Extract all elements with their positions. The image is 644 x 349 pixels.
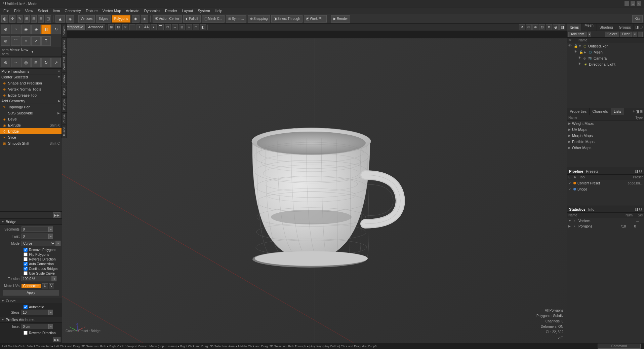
duplicate-tab[interactable]: Duplicate bbox=[62, 38, 67, 55]
curve-tab[interactable]: Curve bbox=[62, 112, 67, 125]
vp-sq3-btn[interactable]: ◧ bbox=[200, 24, 206, 30]
pipeline-collapse[interactable]: ⊟ bbox=[639, 169, 642, 173]
transform-6[interactable]: ↗ bbox=[51, 58, 61, 67]
toolbar-vol2[interactable]: ◈ bbox=[141, 15, 148, 23]
toolbar-select-through[interactable]: ◨ Select Through bbox=[271, 15, 303, 23]
collapse-icon[interactable]: ⊟ bbox=[640, 25, 643, 29]
toolbar-symm[interactable]: ⊞ Symm... bbox=[226, 15, 246, 23]
transform-2[interactable]: ↔ bbox=[11, 58, 21, 67]
add-geometry-header[interactable]: Add Geometry ▶ bbox=[0, 98, 62, 104]
mode-select[interactable]: Curve bbox=[22, 241, 56, 246]
snaps-precision[interactable]: ⊕ Snaps and Precision bbox=[0, 80, 62, 86]
tension-input[interactable] bbox=[22, 276, 52, 281]
viewport[interactable]: Perspective Advanced ⊞ ⊟ ✕ − + AA • ▔ □ … bbox=[62, 24, 567, 343]
transform-4[interactable]: ⊞ bbox=[31, 58, 41, 67]
bridge-tool[interactable]: ◊ Bridge bbox=[0, 128, 62, 134]
vp-grid2-btn[interactable]: ⊟ bbox=[115, 24, 121, 30]
tool-arc[interactable]: ⌒ bbox=[11, 36, 21, 46]
use-guide-curve-check[interactable] bbox=[24, 271, 28, 275]
bridge-section-header[interactable]: ▼ Bridge bbox=[0, 219, 62, 225]
slice-tool[interactable]: ✂ Slice bbox=[0, 134, 62, 140]
menu-item[interactable]: Item bbox=[51, 8, 62, 13]
menu-animate[interactable]: Animate bbox=[124, 8, 141, 13]
tension-slider[interactable]: ◂ bbox=[52, 276, 56, 281]
add-item-arrow[interactable]: ▼ bbox=[588, 32, 591, 37]
transform-3[interactable]: ◎ bbox=[21, 58, 31, 67]
tool-rotate[interactable]: ↻ bbox=[51, 25, 61, 34]
transform-5[interactable]: ↻ bbox=[41, 58, 51, 67]
vp-nav-3[interactable]: ⊕ bbox=[532, 24, 538, 30]
toolbar-icons2[interactable]: ◫ bbox=[45, 15, 51, 23]
auto-connection-check[interactable] bbox=[24, 262, 28, 266]
uv-v-btn[interactable]: V bbox=[49, 283, 54, 288]
toolbar-mesh-c[interactable]: ◳ Mesh C... bbox=[202, 15, 225, 23]
topology-pen[interactable]: ✎ Topology Pen bbox=[0, 104, 62, 110]
groups-tab[interactable]: Groups bbox=[616, 24, 634, 31]
tool-lasso[interactable]: ○ bbox=[11, 25, 21, 34]
inset-input[interactable] bbox=[22, 324, 48, 329]
toolbar-falloff[interactable]: ◐ Falloff bbox=[183, 15, 201, 23]
toolbar-paint[interactable]: ◈ bbox=[66, 15, 74, 23]
vp-aa-btn[interactable]: AA bbox=[144, 24, 150, 30]
weight-expand-arrow[interactable]: ▶ bbox=[568, 122, 571, 125]
profiles-section-header[interactable]: ▼ Profiles Attributes bbox=[0, 317, 62, 323]
more-transforms[interactable]: More Transforms ▼ bbox=[0, 69, 62, 74]
toolbar-snap-icon[interactable]: ⊞ bbox=[24, 15, 30, 23]
pipeline-expand[interactable]: ◨ bbox=[635, 169, 638, 173]
vp-grid-btn[interactable]: ⊞ bbox=[108, 24, 114, 30]
vp-arr-btn[interactable]: ↔ bbox=[172, 24, 178, 30]
vp-lock-btn[interactable]: ⊞ bbox=[179, 24, 185, 30]
menu-layout[interactable]: Layout bbox=[180, 8, 195, 13]
profiles-reverse-check[interactable] bbox=[24, 331, 28, 335]
vp-nav-1[interactable]: ↺ bbox=[519, 24, 525, 30]
menu-edit[interactable]: Edit bbox=[12, 8, 23, 13]
scene-item-camera[interactable]: 👁 ⊙ 📷 Camera bbox=[567, 55, 644, 61]
toolbar-move-icon[interactable]: ✛ bbox=[9, 15, 15, 23]
tool-sphere[interactable]: ○ bbox=[21, 36, 31, 46]
uv-u-btn[interactable]: U bbox=[42, 283, 48, 288]
vertices-more[interactable]: … bbox=[636, 219, 643, 222]
vp-minus-btn[interactable]: − bbox=[129, 24, 135, 30]
pipeline-item-2[interactable]: ✓ Bridge bbox=[567, 186, 644, 192]
channels-tab[interactable]: Channels bbox=[590, 108, 611, 115]
vertex-normal-tools[interactable]: ⊕ Vertex Normal Tools bbox=[0, 86, 62, 92]
toolbar-icons1[interactable]: ⊞ bbox=[38, 15, 44, 23]
toolbar-pointer[interactable]: ▲ bbox=[55, 15, 65, 23]
stats-collapse[interactable]: ⊟ bbox=[639, 207, 642, 211]
deform-tab[interactable]: Deform bbox=[62, 24, 67, 38]
info-stats-tab[interactable]: Info bbox=[588, 207, 594, 211]
filter-arrow[interactable]: ▼ bbox=[633, 32, 637, 37]
menu-system[interactable]: System bbox=[196, 8, 212, 13]
close-button[interactable]: ✕ bbox=[637, 1, 641, 6]
mode-dropdown-arrow[interactable]: ▼ bbox=[56, 241, 61, 246]
toolbar-kits[interactable]: Kits bbox=[632, 15, 643, 23]
toolbar-select-icon[interactable]: ⊕ bbox=[1, 15, 8, 23]
command-input[interactable]: Command bbox=[598, 344, 641, 349]
transform-1[interactable]: ⊕ bbox=[1, 58, 10, 67]
maximize-button[interactable]: □ bbox=[631, 1, 635, 6]
remove-polygons-check[interactable] bbox=[24, 248, 28, 252]
statistics-tab[interactable]: Statistics bbox=[569, 207, 586, 211]
expand-arrow-root[interactable]: ▼ bbox=[578, 44, 582, 48]
sds-subdivide[interactable]: SDS Subdivide ▶ bbox=[0, 110, 62, 116]
polygon-tab[interactable]: Polygon bbox=[62, 97, 67, 112]
steps-slider[interactable]: ◂ bbox=[48, 310, 53, 315]
collapse-lower-icon[interactable]: ⊟ bbox=[640, 109, 643, 114]
tool-arrow[interactable]: ↗ bbox=[31, 36, 41, 46]
menu-geometry[interactable]: Geometry bbox=[63, 8, 83, 13]
menu-select[interactable]: Select bbox=[36, 8, 50, 13]
flip-polygons-check[interactable] bbox=[24, 252, 28, 256]
twist-slider[interactable]: ◂ bbox=[48, 234, 53, 239]
segments-slider[interactable]: ◂ bbox=[48, 226, 53, 232]
advanced-btn[interactable]: Advanced bbox=[86, 24, 105, 30]
properties-tab[interactable]: Properties bbox=[567, 108, 590, 115]
expand-left-panel[interactable]: ▶▶ bbox=[53, 212, 61, 218]
stats-vertices-row[interactable]: ▼ + Vertices … bbox=[567, 218, 644, 223]
menu-help[interactable]: Help bbox=[213, 8, 225, 13]
tool-move[interactable]: ⊕ bbox=[1, 36, 10, 46]
toolbar-edit-icon[interactable]: ✎ bbox=[17, 15, 23, 23]
vp-dot-btn[interactable]: • bbox=[151, 24, 157, 30]
edge-tab[interactable]: Edge bbox=[62, 86, 67, 97]
continuous-bridges-check[interactable] bbox=[24, 267, 28, 271]
pipeline-tab[interactable]: Pipeline bbox=[569, 169, 583, 173]
